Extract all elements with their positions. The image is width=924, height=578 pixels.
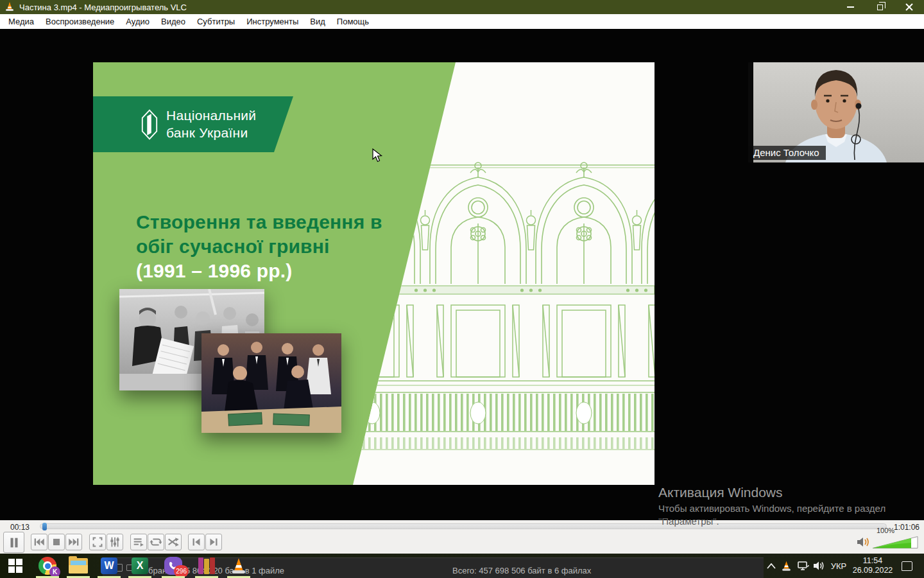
- restore-button[interactable]: [865, 0, 894, 14]
- slide-title: Створення та введення в обіг сучасної гр…: [136, 210, 382, 283]
- notification-icon: [902, 561, 912, 571]
- equalizer-icon: [108, 535, 122, 549]
- skip-back-icon: [32, 535, 46, 549]
- pause-icon: [7, 536, 21, 550]
- pause-button[interactable]: [3, 532, 24, 553]
- word-icon: W: [101, 557, 117, 574]
- viber-icon: 296: [164, 557, 182, 575]
- menu-media[interactable]: Медиа: [3, 17, 40, 26]
- taskbar-winrar-button[interactable]: [193, 554, 221, 578]
- loop-button[interactable]: [148, 534, 164, 550]
- winrar-icon: [198, 557, 215, 574]
- webcam-name-label: Денис Толочко: [748, 146, 826, 160]
- skip-forward-icon: [67, 535, 81, 549]
- menu-audio[interactable]: Аудио: [120, 17, 155, 26]
- video-area: Національний банк України Створення та в…: [0, 29, 924, 520]
- stop-button[interactable]: [48, 534, 65, 550]
- player-panel: 00:13 1:01:06: [0, 520, 924, 554]
- minimize-icon: [847, 6, 854, 8]
- tray-date: 26.09.2022: [853, 566, 893, 575]
- nbu-logo-icon: [141, 109, 158, 141]
- taskbar-vlc-button[interactable]: [225, 554, 253, 578]
- vlc-tray-icon: [782, 561, 791, 572]
- restore-icon: [877, 4, 883, 10]
- taskbar-word-button[interactable]: W: [95, 554, 123, 578]
- taskbar-excel-button[interactable]: X: [126, 554, 154, 578]
- fullscreen-button[interactable]: [89, 534, 106, 550]
- menu-tools[interactable]: Инструменты: [241, 17, 304, 26]
- playlist-button[interactable]: [130, 534, 147, 550]
- elapsed-time: 00:13: [10, 523, 30, 532]
- tray-clock-button[interactable]: 11:54 26.09.2022: [850, 554, 896, 578]
- menu-help[interactable]: Помощь: [331, 17, 375, 26]
- chevron-up-icon: [767, 563, 776, 569]
- tray-time: 11:54: [863, 556, 882, 566]
- start-button[interactable]: [0, 554, 31, 578]
- stop-icon: [49, 535, 64, 549]
- webcam-overlay: Денис Толочко: [748, 62, 924, 162]
- shuffle-button[interactable]: [165, 534, 182, 550]
- tray-network-button[interactable]: [796, 554, 811, 578]
- menu-video[interactable]: Видео: [155, 17, 191, 26]
- excel-icon: X: [132, 557, 148, 574]
- previous-button[interactable]: [31, 534, 47, 550]
- close-icon: [905, 3, 913, 11]
- menu-bar: Медиа Воспроизведение Аудио Видео Субтит…: [0, 14, 924, 29]
- window-title: Частина 3.mp4 - Медиапроигрыватель VLC: [19, 3, 187, 12]
- window-controls: [835, 0, 924, 14]
- frame-forward-icon: [207, 535, 221, 549]
- frame-back-button[interactable]: [188, 534, 205, 550]
- seek-bar[interactable]: [40, 523, 887, 529]
- menu-view[interactable]: Вид: [304, 17, 331, 26]
- slide-title-years: (1991 – 1996 рр.): [136, 259, 382, 283]
- building-facade-drawing: [305, 159, 654, 460]
- playlist-icon: [132, 535, 146, 549]
- taskbar: Выбрано: 435 864 220 байт в 1 файле Всег…: [0, 554, 924, 578]
- chrome-icon: K: [38, 557, 56, 575]
- tray-notifications-button[interactable]: [897, 554, 916, 578]
- frame-back-icon: [189, 535, 203, 549]
- shuffle-icon: [166, 535, 180, 549]
- menu-playback[interactable]: Воспроизведение: [40, 17, 120, 26]
- menu-subtitles[interactable]: Субтитры: [191, 17, 241, 26]
- total-time: 1:01:06: [894, 523, 920, 532]
- tray-language-button[interactable]: УКР: [828, 554, 850, 578]
- frame-forward-button[interactable]: [205, 534, 222, 550]
- nbu-banner: Національний банк України: [93, 96, 293, 152]
- volume-slider[interactable]: [873, 536, 919, 549]
- vlc-app-icon: [5, 2, 14, 12]
- historic-photo-color: [201, 333, 341, 433]
- extended-settings-button[interactable]: [107, 534, 123, 550]
- taskbar-explorer-button[interactable]: [64, 554, 92, 578]
- taskbar-chrome-button[interactable]: K: [33, 554, 62, 578]
- title-bar: Частина 3.mp4 - Медиапроигрыватель VLC: [0, 0, 924, 14]
- close-button[interactable]: [894, 0, 924, 14]
- taskbar-viber-button[interactable]: 296: [159, 554, 187, 578]
- network-icon: [798, 561, 809, 571]
- minimize-button[interactable]: [835, 0, 865, 14]
- statusbar-total-text: Всего: 457 698 506 байт в 6 файлах: [452, 566, 591, 575]
- fullscreen-icon: [90, 535, 105, 549]
- loop-icon: [149, 535, 163, 549]
- presentation-slide: Національний банк України Створення та в…: [93, 62, 654, 485]
- windows-logo-icon: [8, 559, 22, 573]
- tray-volume-button[interactable]: [811, 554, 828, 578]
- volume-percentage: 100%: [877, 527, 894, 534]
- tray-vlc-icon-button[interactable]: [779, 554, 793, 578]
- vlc-window: Частина 3.mp4 - Медиапроигрыватель VLC М…: [0, 0, 924, 578]
- volume-mute-icon[interactable]: [856, 536, 871, 548]
- next-button[interactable]: [65, 534, 82, 550]
- tray-chevron-button[interactable]: [765, 554, 778, 578]
- file-explorer-icon: [69, 558, 88, 574]
- speaker-icon: [813, 561, 826, 571]
- vlc-taskbar-icon: [231, 557, 246, 575]
- nbu-org-name: Національний банк України: [166, 107, 256, 141]
- seek-thumb[interactable]: [42, 523, 47, 530]
